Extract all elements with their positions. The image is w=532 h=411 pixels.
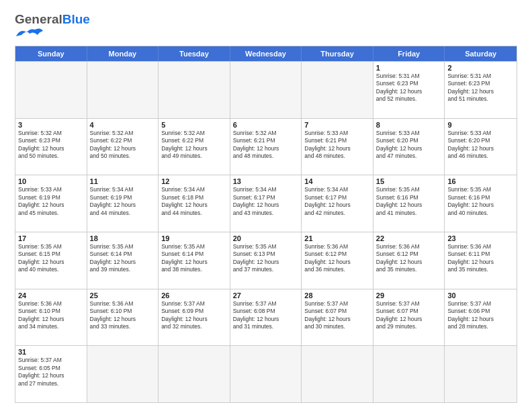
day-number: 27 bbox=[233, 291, 299, 300]
day-number: 16 bbox=[447, 177, 514, 185]
header: General Blue bbox=[15, 12, 517, 40]
day-number: 10 bbox=[18, 177, 84, 185]
calendar-cell: 5Sunrise: 5:32 AM Sunset: 6:22 PM Daylig… bbox=[159, 119, 230, 175]
day-info: Sunrise: 5:37 AM Sunset: 6:08 PM Dayligh… bbox=[233, 300, 299, 331]
calendar-cell: 16Sunrise: 5:35 AM Sunset: 6:16 PM Dayli… bbox=[445, 175, 517, 232]
day-info: Sunrise: 5:32 AM Sunset: 6:21 PM Dayligh… bbox=[233, 130, 299, 161]
calendar-cell: 15Sunrise: 5:35 AM Sunset: 6:16 PM Dayli… bbox=[373, 175, 445, 232]
calendar-cell: 8Sunrise: 5:33 AM Sunset: 6:20 PM Daylig… bbox=[373, 119, 445, 175]
day-info: Sunrise: 5:36 AM Sunset: 6:10 PM Dayligh… bbox=[90, 300, 156, 331]
day-number: 4 bbox=[90, 121, 156, 129]
day-number: 31 bbox=[18, 348, 84, 356]
calendar-cell: 30Sunrise: 5:37 AM Sunset: 6:06 PM Dayli… bbox=[445, 289, 517, 346]
day-number: 28 bbox=[304, 291, 370, 300]
calendar-cell: 20Sunrise: 5:35 AM Sunset: 6:13 PM Dayli… bbox=[230, 232, 302, 289]
day-number: 17 bbox=[18, 234, 84, 242]
day-number: 1 bbox=[376, 64, 442, 72]
day-header-friday: Friday bbox=[373, 46, 445, 61]
calendar-cell: 29Sunrise: 5:37 AM Sunset: 6:07 PM Dayli… bbox=[373, 289, 445, 346]
calendar-cell: 9Sunrise: 5:33 AM Sunset: 6:20 PM Daylig… bbox=[445, 119, 517, 175]
calendar-cell: 18Sunrise: 5:35 AM Sunset: 6:14 PM Dayli… bbox=[87, 232, 159, 289]
day-info: Sunrise: 5:34 AM Sunset: 6:17 PM Dayligh… bbox=[233, 186, 299, 217]
calendar-header: SundayMondayTuesdayWednesdayThursdayFrid… bbox=[15, 46, 517, 61]
day-number: 19 bbox=[161, 234, 227, 242]
day-info: Sunrise: 5:34 AM Sunset: 6:17 PM Dayligh… bbox=[304, 186, 370, 217]
day-info: Sunrise: 5:37 AM Sunset: 6:05 PM Dayligh… bbox=[18, 357, 84, 387]
day-number: 26 bbox=[161, 291, 227, 300]
calendar-cell bbox=[87, 346, 159, 402]
day-info: Sunrise: 5:35 AM Sunset: 6:13 PM Dayligh… bbox=[233, 243, 299, 274]
day-number: 9 bbox=[447, 121, 514, 129]
calendar-cell: 1Sunrise: 5:31 AM Sunset: 6:23 PM Daylig… bbox=[373, 62, 445, 118]
day-info: Sunrise: 5:31 AM Sunset: 6:23 PM Dayligh… bbox=[447, 73, 514, 103]
day-number: 15 bbox=[376, 177, 442, 185]
day-number: 22 bbox=[376, 234, 442, 242]
day-header-saturday: Saturday bbox=[445, 46, 517, 61]
day-info: Sunrise: 5:35 AM Sunset: 6:16 PM Dayligh… bbox=[447, 186, 514, 217]
calendar-row-1: 1Sunrise: 5:31 AM Sunset: 6:23 PM Daylig… bbox=[15, 61, 517, 118]
calendar-cell: 2Sunrise: 5:31 AM Sunset: 6:23 PM Daylig… bbox=[445, 62, 517, 118]
day-info: Sunrise: 5:33 AM Sunset: 6:19 PM Dayligh… bbox=[18, 186, 84, 217]
day-info: Sunrise: 5:36 AM Sunset: 6:12 PM Dayligh… bbox=[304, 243, 370, 274]
day-header-tuesday: Tuesday bbox=[159, 46, 230, 61]
calendar-cell: 28Sunrise: 5:37 AM Sunset: 6:07 PM Dayli… bbox=[302, 289, 373, 346]
calendar-cell bbox=[15, 62, 87, 118]
day-number: 23 bbox=[447, 234, 514, 242]
calendar-row-5: 24Sunrise: 5:36 AM Sunset: 6:10 PM Dayli… bbox=[15, 289, 517, 346]
day-info: Sunrise: 5:35 AM Sunset: 6:16 PM Dayligh… bbox=[376, 186, 442, 217]
day-info: Sunrise: 5:36 AM Sunset: 6:12 PM Dayligh… bbox=[376, 243, 442, 274]
calendar-cell: 27Sunrise: 5:37 AM Sunset: 6:08 PM Dayli… bbox=[230, 289, 302, 346]
day-header-wednesday: Wednesday bbox=[230, 46, 302, 61]
day-number: 30 bbox=[447, 291, 514, 300]
day-info: Sunrise: 5:35 AM Sunset: 6:15 PM Dayligh… bbox=[18, 243, 84, 274]
calendar-cell: 14Sunrise: 5:34 AM Sunset: 6:17 PM Dayli… bbox=[302, 175, 373, 232]
day-number: 20 bbox=[233, 234, 299, 242]
calendar-cell: 10Sunrise: 5:33 AM Sunset: 6:19 PM Dayli… bbox=[15, 175, 87, 232]
calendar-cell: 21Sunrise: 5:36 AM Sunset: 6:12 PM Dayli… bbox=[302, 232, 373, 289]
calendar: SundayMondayTuesdayWednesdayThursdayFrid… bbox=[15, 46, 517, 403]
day-info: Sunrise: 5:33 AM Sunset: 6:21 PM Dayligh… bbox=[304, 130, 370, 161]
day-number: 11 bbox=[90, 177, 156, 185]
calendar-cell bbox=[230, 62, 302, 118]
logo-blue: Blue bbox=[62, 12, 90, 27]
day-header-monday: Monday bbox=[87, 46, 159, 61]
calendar-row-4: 17Sunrise: 5:35 AM Sunset: 6:15 PM Dayli… bbox=[15, 232, 517, 289]
calendar-cell: 17Sunrise: 5:35 AM Sunset: 6:15 PM Dayli… bbox=[15, 232, 87, 289]
day-number: 7 bbox=[304, 121, 370, 129]
calendar-cell: 3Sunrise: 5:32 AM Sunset: 6:23 PM Daylig… bbox=[15, 119, 87, 175]
day-number: 24 bbox=[18, 291, 84, 300]
day-number: 3 bbox=[18, 121, 84, 129]
day-number: 8 bbox=[376, 121, 442, 129]
calendar-cell: 19Sunrise: 5:35 AM Sunset: 6:14 PM Dayli… bbox=[159, 232, 230, 289]
calendar-cell bbox=[302, 62, 373, 118]
day-number: 2 bbox=[447, 64, 514, 72]
day-info: Sunrise: 5:32 AM Sunset: 6:22 PM Dayligh… bbox=[90, 130, 156, 161]
day-info: Sunrise: 5:31 AM Sunset: 6:23 PM Dayligh… bbox=[376, 73, 442, 103]
calendar-cell bbox=[159, 346, 230, 402]
calendar-cell: 26Sunrise: 5:37 AM Sunset: 6:09 PM Dayli… bbox=[159, 289, 230, 346]
day-info: Sunrise: 5:35 AM Sunset: 6:14 PM Dayligh… bbox=[90, 243, 156, 274]
day-info: Sunrise: 5:37 AM Sunset: 6:07 PM Dayligh… bbox=[304, 300, 370, 331]
calendar-cell bbox=[373, 346, 445, 402]
day-number: 6 bbox=[233, 121, 299, 129]
page: General Blue SundayMondayTuesdayWednesda… bbox=[0, 0, 532, 411]
day-header-thursday: Thursday bbox=[302, 46, 373, 61]
calendar-cell: 25Sunrise: 5:36 AM Sunset: 6:10 PM Dayli… bbox=[87, 289, 159, 346]
calendar-cell: 23Sunrise: 5:36 AM Sunset: 6:11 PM Dayli… bbox=[445, 232, 517, 289]
calendar-cell bbox=[87, 62, 159, 118]
calendar-cell: 31Sunrise: 5:37 AM Sunset: 6:05 PM Dayli… bbox=[15, 346, 87, 402]
day-number: 13 bbox=[233, 177, 299, 185]
calendar-row-3: 10Sunrise: 5:33 AM Sunset: 6:19 PM Dayli… bbox=[15, 175, 517, 232]
day-info: Sunrise: 5:36 AM Sunset: 6:11 PM Dayligh… bbox=[447, 243, 514, 274]
calendar-cell bbox=[445, 346, 517, 402]
day-info: Sunrise: 5:34 AM Sunset: 6:19 PM Dayligh… bbox=[90, 186, 156, 217]
calendar-cell: 6Sunrise: 5:32 AM Sunset: 6:21 PM Daylig… bbox=[230, 119, 302, 175]
day-info: Sunrise: 5:35 AM Sunset: 6:14 PM Dayligh… bbox=[161, 243, 227, 274]
calendar-cell: 4Sunrise: 5:32 AM Sunset: 6:22 PM Daylig… bbox=[87, 119, 159, 175]
logo-bird-icon bbox=[15, 27, 44, 40]
day-info: Sunrise: 5:33 AM Sunset: 6:20 PM Dayligh… bbox=[447, 130, 514, 161]
calendar-row-6: 31Sunrise: 5:37 AM Sunset: 6:05 PM Dayli… bbox=[15, 345, 517, 402]
calendar-cell: 7Sunrise: 5:33 AM Sunset: 6:21 PM Daylig… bbox=[302, 119, 373, 175]
day-number: 18 bbox=[90, 234, 156, 242]
logo: General Blue bbox=[15, 12, 90, 40]
